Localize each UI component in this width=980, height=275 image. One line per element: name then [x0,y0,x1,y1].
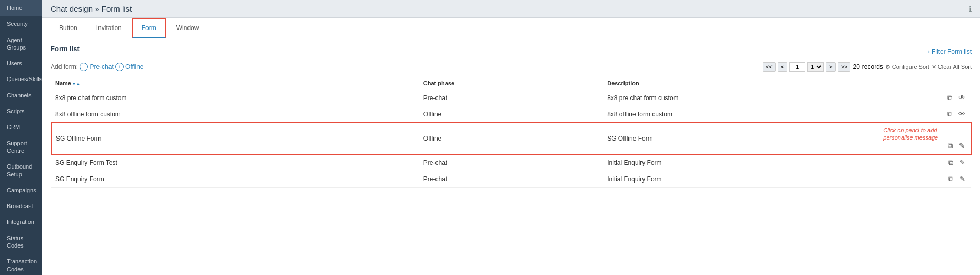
plus-icon: + [80,63,88,71]
page-header: Chat design » Form list ℹ [42,0,980,18]
pagination-toolbar: << < 1 > >> 20 records ⚙ Configure Sort … [763,62,972,72]
cell-name: SG Enquiry Form [51,171,419,188]
content-area: Form list › Filter Form list Add form: +… [42,38,980,275]
sidebar: HomeSecurityAgent GroupsUsersQueues/Skil… [0,0,42,275]
action-buttons: ⧉✎ [883,158,967,168]
cell-actions: ⧉✎ [879,154,971,171]
sidebar-item-outbound-setup[interactable]: Outbound Setup [0,159,42,182]
cell-chat-phase: Pre-chat [419,154,603,171]
cell-chat-phase: Pre-chat [419,171,603,188]
sidebar-item-broadcast[interactable]: Broadcast [0,198,42,214]
sidebar-item-campaigns[interactable]: Campaigns [0,182,42,198]
page-select[interactable]: 1 [807,62,824,72]
tab-button[interactable]: Button [51,19,86,38]
sidebar-item-support-centre[interactable]: Support Centre [0,135,42,159]
sidebar-item-queues/skills[interactable]: Queues/Skills [0,71,42,87]
cell-description: Initial Enquiry Form [603,154,879,171]
col-actions [879,77,971,90]
cell-actions: ⧉👁 [879,90,971,106]
edit-button[interactable]: ✎ [957,141,966,151]
info-icon: ℹ [969,5,972,13]
records-count: 20 [853,63,859,71]
sidebar-item-channels[interactable]: Channels [0,87,42,103]
records-label: records [862,63,883,71]
cell-chat-phase: Offline [419,123,603,154]
table-row: 8x8 pre chat form customPre-chat8x8 pre … [51,90,971,106]
table-body: 8x8 pre chat form customPre-chat8x8 pre … [51,90,971,188]
main-content: Chat design » Form list ℹ ButtonInvitati… [42,0,980,275]
page-title: Chat design » Form list [51,4,132,13]
col-chat-phase: Chat phase [419,77,603,90]
pager-prev-button[interactable]: < [778,62,787,72]
copy-button[interactable]: ⧉ [946,93,954,103]
personalise-hint: Click on penci to add personalise messag… [883,127,938,141]
clear-icon: ✕ [932,64,936,71]
copy-button[interactable]: ⧉ [946,110,954,119]
sidebar-item-integration[interactable]: Integration [0,214,42,230]
view-button[interactable]: 👁 [957,110,967,119]
copy-button[interactable]: ⧉ [947,158,955,168]
tab-invitation[interactable]: Invitation [88,19,130,38]
add-form-label: Add form: [51,63,78,71]
table-row: SG Offline FormOfflineSG Offline FormCli… [51,123,971,154]
sidebar-item-agent-groups[interactable]: Agent Groups [0,32,42,56]
clear-all-sort-button[interactable]: ✕ Clear All Sort [932,64,972,71]
cell-name: SG Enquiry Form Test [51,154,419,171]
pager-first-button[interactable]: << [763,62,776,72]
sort-icon-name: ▾ ▴ [73,81,80,86]
sidebar-item-home[interactable]: Home [0,0,42,16]
cell-name: 8x8 offline form custom [51,106,419,123]
copy-button[interactable]: ⧉ [946,141,954,151]
pager-next-button[interactable]: > [826,62,835,72]
settings-icon: ⚙ [885,64,890,71]
cell-name: 8x8 pre chat form custom [51,90,419,106]
edit-button[interactable]: ✎ [958,174,967,184]
sidebar-item-transaction-codes[interactable]: Transaction Codes [0,253,42,275]
action-buttons: ⧉👁 [883,110,967,119]
cell-actions: ⧉✎ [879,171,971,188]
cell-actions: ⧉👁 [879,106,971,123]
tabs-bar: ButtonInvitationFormWindow [42,18,980,38]
cell-chat-phase: Offline [419,106,603,123]
edit-button[interactable]: ✎ [958,158,967,168]
action-buttons: ⧉✎ [883,174,967,184]
pager-last-button[interactable]: >> [838,62,851,72]
plus-icon-offline: + [115,63,124,71]
add-form-toolbar: Add form: + Pre-chat + Offline << < 1 > … [51,62,972,72]
sidebar-item-users[interactable]: Users [0,55,42,71]
cell-description: 8x8 pre chat form custom [603,90,879,106]
filter-form-list-button[interactable]: › Filter Form list [928,48,972,55]
sidebar-item-crm[interactable]: CRM [0,119,42,135]
chevron-right-icon: › [928,48,930,55]
cell-chat-phase: Pre-chat [419,90,603,106]
cell-name: SG Offline Form [51,123,419,154]
cell-description: 8x8 offline form custom [603,106,879,123]
page-number-input[interactable] [789,62,805,72]
table-row: SG Enquiry FormPre-chatInitial Enquiry F… [51,171,971,188]
cell-actions: Click on penci to add personalise messag… [879,123,971,154]
view-button[interactable]: 👁 [957,93,967,103]
table-row: SG Enquiry Form TestPre-chatInitial Enqu… [51,154,971,171]
sidebar-item-scripts[interactable]: Scripts [0,103,42,119]
configure-sort-button[interactable]: ⚙ Configure Sort [885,64,929,71]
form-table: Name ▾ ▴ Chat phase Description 8x8 pre … [51,77,972,188]
table-header: Name ▾ ▴ Chat phase Description [51,77,971,90]
section-title: Form list [51,45,80,53]
col-name: Name ▾ ▴ [51,77,419,90]
add-pre-chat-button[interactable]: + Pre-chat [80,63,113,71]
table-row: 8x8 offline form customOffline8x8 offlin… [51,106,971,123]
tab-window[interactable]: Window [168,19,207,38]
add-offline-button[interactable]: + Offline [115,63,143,71]
action-buttons: ⧉✎ [883,141,966,151]
cell-description: Initial Enquiry Form [603,171,879,188]
tab-form[interactable]: Form [132,18,166,38]
top-bar: Form list › Filter Form list [51,45,972,58]
action-buttons: ⧉👁 [883,93,967,103]
cell-description: SG Offline Form [603,123,879,154]
sidebar-item-status-codes[interactable]: Status Codes [0,230,42,254]
col-description: Description [603,77,879,90]
copy-button[interactable]: ⧉ [947,174,955,184]
sidebar-item-security[interactable]: Security [0,16,42,32]
